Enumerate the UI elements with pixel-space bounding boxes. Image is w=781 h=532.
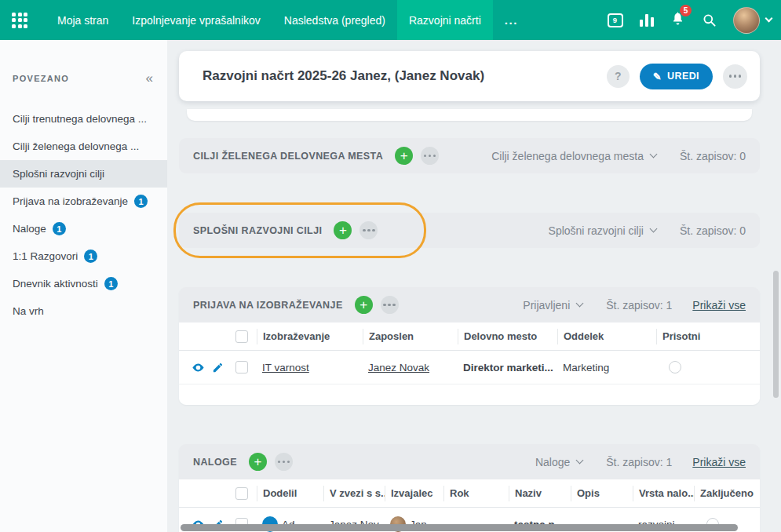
view-dropdown-label: Cilji želenega delovnega mesta — [491, 150, 644, 162]
eye-icon — [192, 361, 205, 374]
column-header[interactable]: Izvajalec — [385, 486, 443, 501]
section-cilji-zelenega: CILJI ŽELENEGA DELOVNEGA MESTA + Cilji ž… — [179, 138, 760, 173]
sidebar-item-label: Cilji trenutnega delovnega ... — [13, 113, 147, 125]
section-prijava-header: PRIJAVA NA IZOBRAŽEVANJE + Prijavljeni Š… — [179, 287, 760, 322]
prisotni-radio[interactable] — [669, 361, 681, 373]
apps-grid-button[interactable] — [0, 0, 39, 40]
page-header-card: Razvojni načrt 2025-26 Janez, (Janez Nov… — [179, 51, 760, 101]
column-header[interactable]: Dodelil — [257, 486, 323, 501]
nav-tab-label: Nasledstva (pregled) — [284, 14, 385, 27]
chevron-down-icon — [576, 300, 584, 308]
sidebar-item-label: Prijava na izobraževanje — [13, 195, 128, 207]
section-more-button[interactable] — [381, 296, 399, 314]
nav-tab-razvojni-nacrti[interactable]: Razvojni načrti — [397, 0, 493, 40]
sidebar-title: POVEZANO — [13, 74, 69, 83]
prijava-table: Izobraževanje Zaposlen Delovno mesto Odd… — [179, 322, 760, 405]
section-more-button[interactable] — [421, 147, 439, 165]
help-button[interactable]: ? — [607, 65, 630, 88]
sidebar-item-na-vrh[interactable]: Na vrh — [0, 297, 167, 325]
zaposlen-link[interactable]: Janez Novak — [368, 362, 429, 373]
nav-tab-label: Razvojni načrti — [409, 14, 481, 27]
column-header[interactable]: Opis — [571, 486, 633, 501]
analytics-chart-icon[interactable] — [640, 14, 655, 27]
edit-button[interactable]: ✎ UREDI — [640, 64, 713, 89]
section-title: PRIJAVA NA IZOBRAŽEVANJE — [193, 300, 343, 311]
record-count: Št. zapisov: 1 — [606, 299, 672, 312]
add-button[interactable]: + — [395, 147, 413, 165]
column-header[interactable]: Naziv — [509, 486, 571, 501]
header-more-button[interactable] — [723, 64, 747, 89]
apps-grid-icon — [12, 13, 27, 28]
sidebar-item-dnevnik-aktivnosti[interactable]: Dnevnik aktivnosti1 — [0, 270, 167, 297]
record-count: Št. zapisov: 0 — [680, 150, 746, 162]
nav-tab-izpolnjevanje-vprasalnikov[interactable]: Izpolnjevanje vprašalnikov — [120, 0, 272, 40]
column-header[interactable]: Vrsta nalo... — [633, 486, 694, 501]
view-row-button[interactable] — [192, 361, 205, 374]
sidebar-item-naloge[interactable]: Naloge1 — [0, 215, 167, 242]
view-dropdown[interactable]: Splošni razvojni cilji — [549, 224, 656, 237]
view-dropdown[interactable]: Naloge — [535, 456, 582, 468]
column-header[interactable]: Zaključeno — [694, 486, 760, 501]
add-button[interactable]: + — [249, 453, 267, 471]
add-button[interactable]: + — [334, 221, 352, 239]
section-more-button[interactable] — [359, 221, 378, 239]
section-title: CILJI ŽELENEGA DELOVNEGA MESTA — [193, 151, 383, 162]
pencil-icon — [212, 362, 224, 373]
sidebar-item-cilji-trenutnega[interactable]: Cilji trenutnega delovnega ... — [0, 105, 167, 133]
nav-tab-moja-stran[interactable]: Moja stran — [46, 0, 120, 40]
section-prijava-block: PRIJAVA NA IZOBRAŽEVANJE + Prijavljeni Š… — [179, 287, 760, 405]
sidebar: POVEZANO « Cilji trenutnega delovnega ..… — [0, 40, 167, 532]
calendar-day: 9 — [613, 16, 617, 24]
column-header[interactable]: Zaposlen — [363, 329, 458, 344]
search-button[interactable] — [702, 13, 717, 27]
sidebar-item-cilji-zelenega[interactable]: Cilji želenega delovnega ... — [0, 133, 167, 160]
scrolled-card-bottom — [187, 109, 752, 121]
sidebar-item-razgovori[interactable]: 1:1 Razgovori1 — [0, 242, 167, 270]
sidebar-item-label: Cilji želenega delovnega ... — [13, 140, 139, 152]
add-button[interactable]: + — [355, 296, 373, 314]
section-naloge-block: NALOGE + Naloge Št. zapisov: 1 Prikaži v… — [179, 444, 760, 532]
column-header[interactable]: Rok — [443, 486, 509, 501]
view-dropdown-label: Splošni razvojni cilji — [549, 224, 644, 237]
chevron-down-icon — [765, 15, 773, 23]
izobrazevanje-link[interactable]: IT varnost — [262, 362, 309, 373]
show-all-link[interactable]: Prikaži vse — [692, 299, 746, 312]
column-header[interactable]: Oddelek — [557, 329, 656, 344]
main-nav: Moja stran Izpolnjevanje vprašalnikov Na… — [46, 0, 530, 40]
column-header[interactable]: Delovno mesto — [458, 329, 557, 344]
section-naloge-header: NALOGE + Naloge Št. zapisov: 1 Prikaži v… — [179, 444, 760, 479]
count-badge: 1 — [134, 195, 148, 208]
sidebar-collapse-icon[interactable]: « — [146, 71, 153, 85]
record-count: Št. zapisov: 0 — [680, 224, 746, 237]
sidebar-item-prijava-na-izobrazevanje[interactable]: Prijava na izobraževanje1 — [0, 188, 167, 215]
view-dropdown[interactable]: Prijavljeni — [523, 299, 582, 312]
calendar-icon[interactable]: 9 — [608, 13, 623, 27]
notifications-button[interactable]: 5 — [670, 11, 685, 29]
nav-tab-label: Izpolnjevanje vprašalnikov — [132, 14, 260, 27]
column-header[interactable]: V zvezi s s... — [323, 486, 385, 501]
table-header-row: Dodelil V zvezi s s... Izvajalec Rok Naz… — [179, 479, 760, 508]
select-all-checkbox[interactable] — [235, 487, 248, 500]
sidebar-item-label: Naloge — [13, 223, 46, 235]
edit-row-button[interactable] — [212, 362, 224, 373]
column-header[interactable]: Prisotni — [656, 329, 760, 344]
section-splosni-razvojni-cilji: SPLOŠNI RAZVOJNI CILJI + Splošni razvojn… — [179, 213, 760, 248]
table-header-row: Izobraževanje Zaposlen Delovno mesto Odd… — [179, 322, 760, 351]
vertical-scrollbar[interactable] — [773, 271, 779, 398]
row-checkbox[interactable] — [235, 361, 248, 373]
show-all-link[interactable]: Prikaži vse — [692, 456, 746, 468]
user-menu[interactable] — [733, 7, 772, 34]
edit-button-label: UREDI — [667, 71, 699, 82]
horizontal-scrollbar[interactable] — [181, 524, 738, 531]
nav-more-button[interactable]: ... — [493, 0, 530, 40]
column-header[interactable]: Izobraževanje — [257, 329, 363, 344]
sidebar-item-splosni-razvojni-cilji[interactable]: Splošni razvojni cilji — [0, 160, 167, 188]
section-title: SPLOŠNI RAZVOJNI CILJI — [193, 225, 322, 236]
view-dropdown-label: Prijavljeni — [523, 299, 570, 312]
sidebar-item-label: Splošni razvojni cilji — [13, 168, 104, 180]
select-all-checkbox[interactable] — [235, 330, 248, 343]
sidebar-header: POVEZANO « — [0, 40, 167, 105]
view-dropdown[interactable]: Cilji želenega delovnega mesta — [491, 150, 656, 162]
section-more-button[interactable] — [275, 453, 293, 471]
nav-tab-nasledstva[interactable]: Nasledstva (pregled) — [272, 0, 397, 40]
